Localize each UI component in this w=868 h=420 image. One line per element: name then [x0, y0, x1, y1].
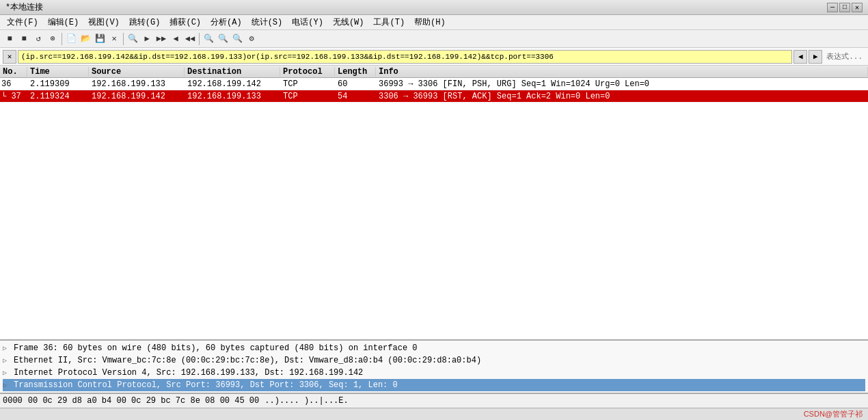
menu-item-帮助(H)[interactable]: 帮助(H)	[410, 16, 450, 29]
detail-row-ethernet[interactable]: ▷ Ethernet II, Src: Vmware_bc:7c:8e (00:…	[3, 354, 865, 367]
header-info: Info	[376, 67, 868, 77]
toolbar-btn-2[interactable]: ■	[17, 32, 31, 46]
toolbar-btn-10[interactable]: ▶	[140, 32, 154, 46]
hex-offset: 0000	[3, 396, 23, 406]
toolbar-btn-5[interactable]: 📄	[64, 32, 78, 46]
cell-dst-37: 192.168.199.133	[185, 92, 280, 101]
status-bar: CSDN@管管子祁	[0, 408, 868, 420]
main-area: No. Time Source Destination Protocol Len…	[0, 66, 868, 408]
toolbar-btn-14[interactable]: 🔍	[202, 32, 215, 46]
header-time: Time	[27, 67, 89, 77]
menu-item-视图(V)[interactable]: 视图(V)	[84, 16, 124, 29]
menu-bar: 文件(F)编辑(E)视图(V)跳转(G)捕获(C)分析(A)统计(S)电话(Y)…	[0, 15, 868, 30]
toolbar-btn-13[interactable]: ◀◀	[183, 32, 197, 46]
toolbar-btn-15[interactable]: 🔍	[216, 32, 230, 46]
cell-len-36: 60	[335, 79, 376, 89]
toolbar-btn-17[interactable]: ⚙	[245, 32, 258, 46]
expression-label[interactable]: 表达式...	[824, 51, 865, 62]
filter-clear-button[interactable]: ✕	[3, 50, 16, 64]
cell-no-36: 36	[0, 79, 27, 89]
filter-next-button[interactable]: ▶	[809, 50, 822, 64]
close-button[interactable]: ✕	[852, 3, 863, 12]
expand-icon-ip: ▷	[3, 369, 11, 377]
hex-ascii: ..).... )..|...E.	[265, 396, 348, 406]
window-controls: — □ ✕	[827, 3, 863, 12]
detail-row-ip[interactable]: ▷ Internet Protocol Version 4, Src: 192.…	[3, 367, 865, 379]
detail-text-ip: Internet Protocol Version 4, Src: 192.16…	[14, 368, 363, 378]
toolbar-btn-8[interactable]: ✕	[107, 32, 121, 46]
expand-icon-tcp: ▷	[3, 381, 11, 389]
toolbar: ■ ■ ↺ ⊗ 📄 📂 💾 ✕ 🔍 ▶ ▶▶ ◀ ◀◀ 🔍 🔍 🔍 ⚙	[0, 30, 868, 48]
cell-time-36: 2.119309	[27, 79, 89, 89]
table-row[interactable]: 36 2.119309 192.168.199.133 192.168.199.…	[0, 78, 868, 90]
menu-item-电话(Y)[interactable]: 电话(Y)	[288, 16, 327, 29]
hex-data: 00 0c 29 d8 a0 b4 00 0c 29 bc 7c 8e 08 0…	[28, 396, 259, 406]
cell-proto-36: TCP	[280, 79, 335, 89]
cell-src-37: 192.168.199.142	[89, 92, 185, 101]
menu-item-编辑(E)[interactable]: 编辑(E)	[44, 16, 83, 29]
cell-time-37: 2.119324	[27, 92, 89, 101]
packet-rows: 36 2.119309 192.168.199.133 192.168.199.…	[0, 78, 868, 311]
filter-bar: ✕ ◀ ▶ 表达式...	[0, 48, 868, 66]
header-source: Source	[89, 67, 185, 77]
cell-info-36: 36993 → 3306 [FIN, PSH, URG] Seq=1 Win=1…	[376, 79, 868, 89]
cell-info-37: 3306 → 36993 [RST, ACK] Seq=1 Ack=2 Win=…	[376, 92, 868, 101]
detail-text-frame: Frame 36: 60 bytes on wire (480 bits), 6…	[14, 343, 418, 353]
hex-pane: 0000 00 0c 29 d8 a0 b4 00 0c 29 bc 7c 8e…	[0, 393, 868, 408]
toolbar-separator-2	[123, 33, 124, 45]
packet-list-header: No. Time Source Destination Protocol Len…	[0, 66, 868, 78]
menu-item-文件(F)[interactable]: 文件(F)	[3, 16, 42, 29]
toolbar-separator-1	[62, 33, 62, 45]
toolbar-btn-3[interactable]: ↺	[31, 32, 45, 46]
toolbar-btn-1[interactable]: ■	[3, 32, 16, 46]
minimize-button[interactable]: —	[827, 3, 838, 12]
cell-len-37: 54	[335, 92, 376, 101]
header-destination: Destination	[185, 67, 280, 77]
menu-item-工具(T)[interactable]: 工具(T)	[369, 16, 409, 29]
toolbar-btn-4[interactable]: ⊗	[46, 32, 59, 46]
toolbar-separator-3	[199, 33, 200, 45]
maximize-button[interactable]: □	[839, 3, 850, 12]
table-row[interactable]: └ 37 2.119324 192.168.199.142 192.168.19…	[0, 90, 868, 103]
toolbar-btn-16[interactable]: 🔍	[230, 32, 244, 46]
toolbar-btn-6[interactable]: 📂	[79, 32, 92, 46]
menu-item-统计(S)[interactable]: 统计(S)	[247, 16, 287, 29]
expand-icon-ethernet: ▷	[3, 356, 11, 365]
cell-src-36: 192.168.199.133	[89, 79, 185, 89]
packet-list-container: No. Time Source Destination Protocol Len…	[0, 66, 868, 339]
header-protocol: Protocol	[280, 67, 335, 77]
header-no: No.	[0, 67, 27, 77]
filter-prev-button[interactable]: ◀	[794, 50, 807, 64]
detail-row-frame[interactable]: ▷ Frame 36: 60 bytes on wire (480 bits),…	[3, 342, 865, 354]
toolbar-btn-12[interactable]: ◀	[169, 32, 182, 46]
detail-row-tcp[interactable]: ▷ Transmission Control Protocol, Src Por…	[3, 379, 865, 391]
toolbar-btn-11[interactable]: ▶▶	[154, 32, 168, 46]
filter-input[interactable]	[18, 50, 792, 64]
menu-item-捕获(C)[interactable]: 捕获(C)	[165, 16, 205, 29]
header-length: Length	[335, 67, 376, 77]
packet-list-empty	[0, 311, 868, 339]
detail-text-ethernet: Ethernet II, Src: Vmware_bc:7c:8e (00:0c…	[14, 356, 481, 365]
menu-item-无线(W)[interactable]: 无线(W)	[329, 16, 368, 29]
menu-item-分析(A)[interactable]: 分析(A)	[206, 16, 246, 29]
cell-dst-36: 192.168.199.142	[185, 79, 280, 89]
details-pane: ▷ Frame 36: 60 bytes on wire (480 bits),…	[0, 339, 868, 393]
title-bar: *本地连接 — □ ✕	[0, 0, 868, 15]
cell-no-37: └ 37	[0, 92, 27, 101]
watermark-text: CSDN@管管子祁	[804, 409, 863, 419]
detail-text-tcp: Transmission Control Protocol, Src Port:…	[14, 380, 398, 390]
cell-proto-37: TCP	[280, 92, 335, 101]
toolbar-btn-9[interactable]: 🔍	[126, 32, 139, 46]
toolbar-btn-7[interactable]: 💾	[93, 32, 107, 46]
menu-item-跳转(G)[interactable]: 跳转(G)	[125, 16, 165, 29]
window-title: *本地连接	[5, 1, 43, 13]
expand-icon-frame: ▷	[3, 344, 11, 352]
